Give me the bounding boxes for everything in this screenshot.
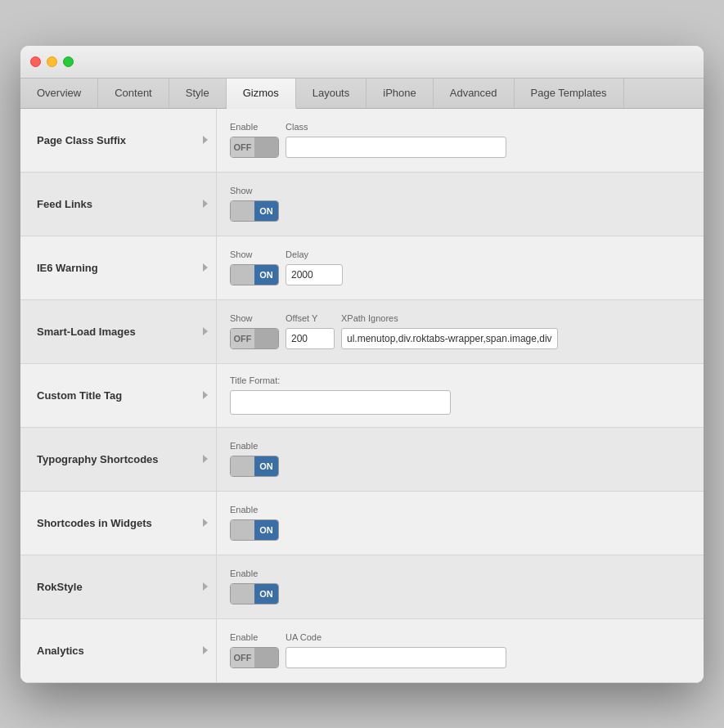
ua-code-group-analytics: UA Code	[286, 632, 506, 668]
title-format-label: Title Format:	[230, 375, 451, 385]
tab-gizmos[interactable]: Gizmos	[227, 79, 296, 109]
label-feed-links: Feed Links	[20, 173, 217, 236]
row-analytics: Analytics Enable OFF UA Code	[20, 619, 704, 683]
show-group-feed-links: Show ON	[230, 186, 279, 222]
enable-group-analytics: Enable OFF	[230, 632, 279, 668]
tab-bar: Overview Content Style Gizmos Layouts iP…	[20, 79, 704, 109]
controls-typography-shortcodes: Enable ON	[217, 428, 704, 491]
label-ie6-warning: IE6 Warning	[20, 236, 217, 299]
label-page-class-suffix: Page Class Suffix	[20, 109, 217, 172]
toggle-page-class-suffix[interactable]: OFF	[230, 137, 279, 158]
delay-input-ie6[interactable]	[286, 264, 343, 285]
label-custom-title-tag: Custom Title Tag	[20, 364, 217, 427]
xpath-input-smart-load[interactable]	[341, 328, 558, 349]
tab-iphone[interactable]: iPhone	[366, 79, 433, 108]
controls-analytics: Enable OFF UA Code	[217, 619, 704, 682]
controls-page-class-suffix: Enable OFF Class	[217, 109, 704, 172]
offset-group-smart-load: Offset Y	[286, 313, 335, 349]
show-label-smart-load: Show	[230, 313, 279, 323]
toggle-smart-load-images[interactable]: OFF	[230, 328, 279, 349]
label-analytics: Analytics	[20, 619, 217, 682]
class-label-page-class: Class	[286, 122, 506, 132]
row-smart-load-images: Smart-Load Images Show OFF Offset Y XPat…	[20, 300, 704, 364]
row-ie6-warning: IE6 Warning Show ON Delay	[20, 236, 704, 300]
enable-label-shortcodes-widgets: Enable	[230, 505, 279, 515]
enable-label-rokstyle: Enable	[230, 568, 279, 578]
enable-label-page-class: Enable	[230, 122, 279, 132]
offset-label-smart-load: Offset Y	[286, 313, 335, 323]
show-group-ie6: Show ON	[230, 249, 279, 285]
controls-shortcodes-widgets: Enable ON	[217, 492, 704, 555]
close-button[interactable]	[30, 56, 41, 67]
enable-group-rokstyle: Enable ON	[230, 568, 279, 604]
label-rokstyle: RokStyle	[20, 555, 217, 618]
row-feed-links: Feed Links Show ON	[20, 173, 704, 236]
row-page-class-suffix: Page Class Suffix Enable OFF Class	[20, 109, 704, 173]
titlebar	[20, 46, 704, 79]
enable-label-analytics: Enable	[230, 632, 279, 642]
tab-page-templates[interactable]: Page Templates	[515, 79, 624, 108]
label-typography-shortcodes: Typography Shortcodes	[20, 428, 217, 491]
controls-ie6-warning: Show ON Delay	[217, 236, 704, 299]
toggle-typography-shortcodes[interactable]: ON	[230, 456, 279, 477]
xpath-group-smart-load: XPath Ignores	[341, 313, 558, 349]
ua-code-label-analytics: UA Code	[286, 632, 506, 642]
row-rokstyle: RokStyle Enable ON	[20, 555, 704, 619]
title-format-input[interactable]	[230, 390, 451, 415]
tab-advanced[interactable]: Advanced	[434, 79, 515, 108]
xpath-label-smart-load: XPath Ignores	[341, 313, 558, 323]
enable-group-shortcodes-widgets: Enable ON	[230, 505, 279, 541]
toggle-rokstyle[interactable]: ON	[230, 583, 279, 604]
tab-content[interactable]: Content	[98, 79, 169, 108]
toggle-ie6-warning[interactable]: ON	[230, 264, 279, 285]
title-format-group: Title Format:	[230, 375, 451, 415]
tab-layouts[interactable]: Layouts	[296, 79, 367, 108]
row-typography-shortcodes: Typography Shortcodes Enable ON	[20, 428, 704, 492]
toggle-feed-links[interactable]: ON	[230, 200, 279, 222]
label-smart-load-images: Smart-Load Images	[20, 300, 217, 363]
main-window: Overview Content Style Gizmos Layouts iP…	[20, 46, 704, 683]
controls-custom-title-tag: Title Format:	[217, 364, 704, 427]
ua-code-input-analytics[interactable]	[286, 647, 506, 668]
delay-group-ie6: Delay	[286, 249, 343, 285]
show-group-smart-load: Show OFF	[230, 313, 279, 349]
minimize-button[interactable]	[47, 56, 57, 67]
toggle-shortcodes-widgets[interactable]: ON	[230, 519, 279, 541]
class-group-page-class: Class	[286, 122, 506, 158]
maximize-button[interactable]	[63, 56, 74, 67]
controls-smart-load-images: Show OFF Offset Y XPath Ignores	[217, 300, 704, 363]
controls-rokstyle: Enable ON	[217, 555, 704, 618]
row-custom-title-tag: Custom Title Tag Title Format:	[20, 364, 704, 428]
tab-style[interactable]: Style	[169, 79, 227, 108]
delay-label-ie6: Delay	[286, 249, 343, 259]
class-input-page-class[interactable]	[286, 137, 506, 158]
toggle-analytics[interactable]: OFF	[230, 647, 279, 668]
content-area: Page Class Suffix Enable OFF Class	[20, 109, 704, 683]
enable-group-typography: Enable ON	[230, 441, 279, 477]
controls-feed-links: Show ON	[217, 173, 704, 236]
offset-input-smart-load[interactable]	[286, 328, 335, 349]
enable-group-page-class: Enable OFF	[230, 122, 279, 158]
show-label-feed-links: Show	[230, 186, 279, 195]
traffic-lights	[30, 56, 74, 67]
show-label-ie6: Show	[230, 249, 279, 259]
row-shortcodes-widgets: Shortcodes in Widgets Enable ON	[20, 492, 704, 555]
label-shortcodes-widgets: Shortcodes in Widgets	[20, 492, 217, 555]
enable-label-typography: Enable	[230, 441, 279, 451]
tab-overview[interactable]: Overview	[20, 79, 98, 108]
